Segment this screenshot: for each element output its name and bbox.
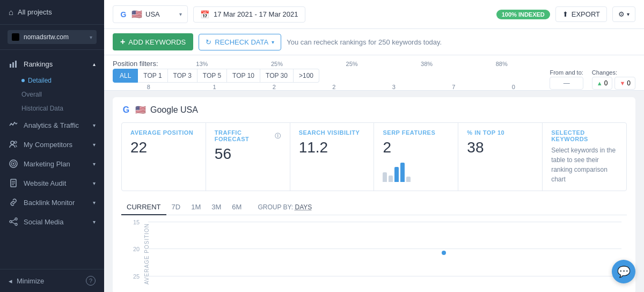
analytics-label: Analytics & Traffic xyxy=(24,121,87,129)
indexed-badge: 100% INDEXED xyxy=(496,10,550,19)
competitors-label: My Competitors xyxy=(24,141,87,149)
marketing-arrow-icon: ▾ xyxy=(93,161,96,167)
time-tabs-bar: CURRENT 7D 1M 3M 6M GROUP BY: DAYS xyxy=(121,200,627,215)
metric-search-visibility: SEARCH VISIBILITY 11.2 xyxy=(290,123,375,191)
export-button[interactable]: ⬆ EXPORT xyxy=(555,6,607,22)
y-label-15: 15 xyxy=(133,219,140,225)
chat-button[interactable]: 💬 xyxy=(612,260,635,283)
calendar-icon: 📅 xyxy=(200,10,209,19)
svg-rect-0 xyxy=(10,64,11,68)
serp-bar-5 xyxy=(406,177,411,182)
pct-top5: 25% xyxy=(314,61,390,67)
metric-avg-position: AVERAGE POSITION 22 xyxy=(122,123,206,191)
metrics-row: AVERAGE POSITION 22 TRAFFIC FORECAST ⓘ 5… xyxy=(121,122,627,191)
avg-position-value: 22 xyxy=(130,139,197,156)
tab-7d[interactable]: 7D xyxy=(166,200,186,215)
chart-data-point xyxy=(442,251,446,255)
svg-point-12 xyxy=(15,218,17,220)
traffic-forecast-label: TRAFFIC FORECAST ⓘ xyxy=(215,129,281,142)
changes-up-button[interactable]: ▲ 0 xyxy=(592,77,613,90)
filter-all-button[interactable]: ALL xyxy=(113,69,138,83)
filter-top30-button[interactable]: TOP 30 xyxy=(260,69,294,83)
project-favicon xyxy=(12,33,19,41)
minimize-button[interactable]: ◂ Minimize xyxy=(9,277,44,285)
arrow-up-icon: ▲ xyxy=(597,80,603,86)
target-icon xyxy=(9,159,18,169)
settings-chevron-icon: ▾ xyxy=(627,11,630,17)
metric-selected-keywords: SELECTED KEYWORDS Select keywords in the… xyxy=(543,123,626,191)
sidebar-item-competitors[interactable]: My Competitors ▾ xyxy=(0,135,104,154)
from-to-input[interactable]: — xyxy=(550,77,583,90)
tab-current[interactable]: CURRENT xyxy=(121,200,166,215)
serp-features-label: SERP FEATURES xyxy=(383,129,449,136)
filter-top5-button[interactable]: TOP 5 xyxy=(197,69,227,83)
count-gt100: 0 xyxy=(484,84,543,90)
serp-features-value: 2 xyxy=(383,139,449,156)
traffic-forecast-value: 56 xyxy=(215,145,281,163)
project-dropdown[interactable]: nomadsrtw.com ▾ xyxy=(8,30,97,44)
gear-icon: ⚙ xyxy=(618,10,625,18)
recheck-label: RECHECK DATA xyxy=(215,38,268,46)
tab-3m[interactable]: 3M xyxy=(206,200,226,215)
grid-line-25: 25 xyxy=(148,276,621,276)
sidebar-item-detailed[interactable]: Detailed xyxy=(21,74,104,87)
filter-top1-button[interactable]: TOP 1 xyxy=(138,69,167,83)
sidebar-item-overall[interactable]: Overall xyxy=(21,87,104,101)
refresh-icon: ↻ xyxy=(206,38,211,46)
project-chevron-icon: ▾ xyxy=(90,34,92,40)
date-picker[interactable]: 📅 17 Mar 2021 - 17 Mar 2021 xyxy=(193,6,305,23)
serp-chart xyxy=(383,160,449,182)
google-logo: G xyxy=(119,10,128,19)
all-projects-link[interactable]: ⌂ All projects xyxy=(9,8,96,17)
count-top5: 2 xyxy=(304,84,364,90)
add-keywords-label: ADD KEYWORDS xyxy=(128,38,186,46)
rankings-label: Rankings xyxy=(24,60,87,68)
filter-top10-button[interactable]: TOP 10 xyxy=(227,69,260,83)
sidebar-item-social[interactable]: Social Media ▾ xyxy=(0,212,104,231)
users-icon xyxy=(9,140,18,149)
share-icon xyxy=(9,217,18,227)
rankings-arrow-icon: ▴ xyxy=(93,61,96,67)
serp-bar-1 xyxy=(383,172,387,182)
audit-label: Website Audit xyxy=(24,179,87,187)
sidebar-item-analytics[interactable]: Analytics & Traffic ▾ xyxy=(0,115,104,135)
group-by-value[interactable]: DAYS xyxy=(295,203,312,211)
add-keywords-button[interactable]: + ADD KEYWORDS xyxy=(113,33,193,50)
sidebar-nav: Rankings ▴ Detailed Overall Historical D… xyxy=(0,50,104,269)
settings-button[interactable]: ⚙ ▾ xyxy=(612,6,635,22)
pct-top10: 38% xyxy=(389,61,464,67)
selected-keywords-description: Select keywords in the table to see thei… xyxy=(551,145,618,184)
country-selector[interactable]: G 🇺🇸 USA ▾ xyxy=(113,5,188,23)
filter-gt100-button[interactable]: >100 xyxy=(294,69,319,83)
count-all: 8 xyxy=(113,84,185,90)
content-area: G 🇺🇸 Google USA AVERAGE POSITION 22 TRAF… xyxy=(104,91,644,292)
count-top3: 2 xyxy=(244,84,304,90)
project-selector: nomadsrtw.com ▾ xyxy=(0,25,104,50)
selected-keywords-label: SELECTED KEYWORDS xyxy=(551,129,618,142)
sidebar-item-audit[interactable]: Website Audit ▾ xyxy=(0,173,104,193)
help-icon[interactable]: ? xyxy=(86,276,96,286)
tab-6m[interactable]: 6M xyxy=(226,200,247,215)
sidebar-item-backlink[interactable]: Backlink Monitor ▾ xyxy=(0,193,104,212)
count-top10: 3 xyxy=(364,84,423,90)
country-name: USA xyxy=(145,10,176,18)
filter-top3-button[interactable]: TOP 3 xyxy=(168,69,197,83)
svg-rect-1 xyxy=(12,62,14,68)
recheck-button[interactable]: ↻ RECHECK DATA ▾ xyxy=(199,34,281,50)
sidebar-item-marketing[interactable]: Marketing Plan ▾ xyxy=(0,154,104,173)
pct-top3: 25% xyxy=(239,61,314,67)
sidebar-item-historical[interactable]: Historical Data xyxy=(21,101,104,115)
tab-1m[interactable]: 1M xyxy=(186,200,206,215)
google-section-header: G 🇺🇸 Google USA xyxy=(121,105,627,115)
traffic-info-icon[interactable]: ⓘ xyxy=(275,132,281,140)
svg-point-7 xyxy=(13,163,14,165)
filters-label: Position filters: xyxy=(113,60,158,68)
plus-icon: + xyxy=(120,37,125,47)
country-flag-section: 🇺🇸 xyxy=(135,105,146,115)
export-icon: ⬆ xyxy=(562,10,568,18)
bar-chart-icon xyxy=(9,59,18,69)
all-projects-label: All projects xyxy=(18,8,52,16)
backlink-arrow-icon: ▾ xyxy=(93,200,96,206)
changes-down-button[interactable]: ▼ 0 xyxy=(614,77,635,90)
sidebar-item-rankings[interactable]: Rankings ▴ xyxy=(0,54,104,74)
